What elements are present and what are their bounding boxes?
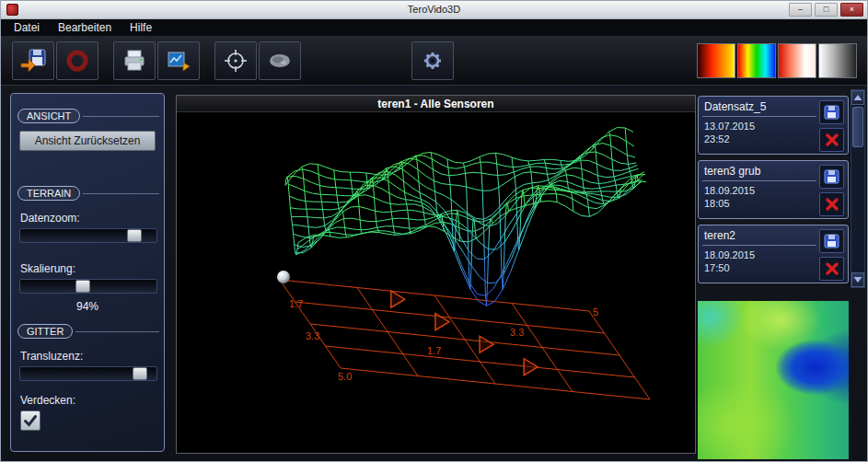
heatmap-thumbnail[interactable]	[698, 301, 849, 459]
group-divider	[83, 116, 159, 117]
svg-text:3.3: 3.3	[510, 327, 524, 338]
group-label-ansicht: ANSICHT	[17, 109, 80, 123]
dataset-time: 23:52	[704, 133, 730, 144]
window-title: TeroVido3D	[1, 4, 867, 15]
window-controls: – □ ×	[789, 3, 863, 17]
dataset-time: 18:05	[704, 198, 730, 209]
group-divider	[83, 193, 159, 194]
divider	[702, 245, 816, 246]
save-icon	[19, 48, 47, 74]
dataset-delete-button[interactable]	[819, 128, 844, 152]
close-button[interactable]: ×	[840, 3, 863, 17]
record-button[interactable]	[56, 41, 98, 80]
svg-text:1.7: 1.7	[427, 345, 441, 356]
group-divider	[75, 331, 159, 332]
transluzenz-label: Transluzenz:	[20, 350, 83, 363]
scrollbar-thumb[interactable]	[852, 107, 863, 147]
record-ring-icon	[64, 48, 91, 74]
delete-x-icon	[825, 261, 839, 276]
dataset-time: 17:50	[704, 262, 730, 273]
colormap-red-white-button[interactable]	[778, 43, 816, 78]
dataset-scrollbar[interactable]	[851, 89, 865, 288]
scrollbar-track[interactable]	[851, 105, 864, 272]
floppy-icon	[824, 105, 839, 120]
arrow-up-icon	[853, 94, 862, 101]
dataset-date: 13.07.2015	[704, 121, 755, 132]
viewport-title: teren1 - Alle Sensoren	[177, 96, 695, 112]
settings-panel: ANSICHT Ansicht Zurücksetzen TERRAIN Dat…	[10, 93, 165, 452]
dataset-name: teren2	[704, 229, 735, 242]
viewport-3d[interactable]: teren1 - Alle Sensoren 53.31.71.73.35.0	[176, 95, 696, 454]
group-header-ansicht: ANSICHT	[17, 109, 159, 123]
scroll-down-button[interactable]	[851, 272, 864, 287]
menu-bearbeiten[interactable]: Bearbeiten	[49, 21, 121, 34]
slider-handle[interactable]	[127, 229, 142, 242]
group-header-gitter: GITTER	[17, 324, 159, 339]
svg-text:3.3: 3.3	[306, 330, 319, 341]
delete-x-icon	[825, 133, 839, 147]
scroll-up-button[interactable]	[851, 90, 864, 105]
slider-handle[interactable]	[75, 280, 90, 293]
svg-text:5: 5	[593, 306, 598, 318]
title-bar[interactable]: TeroVido3D – □ ×	[1, 1, 867, 19]
slider-handle[interactable]	[133, 367, 147, 380]
verdecken-label: Verdecken:	[20, 394, 75, 407]
svg-text:1.7: 1.7	[289, 298, 303, 309]
dataset-card[interactable]: teren2 18.09.2015 17:50	[698, 225, 849, 283]
printer-icon	[121, 48, 148, 74]
skalierung-value: 94%	[11, 300, 164, 313]
export-view-button[interactable]	[157, 41, 200, 80]
dataset-name: Datensatz_5	[704, 100, 766, 113]
dataset-save-button[interactable]	[819, 165, 844, 189]
check-icon	[23, 413, 38, 428]
colormap-rainbow-button[interactable]	[737, 43, 776, 78]
toolbar	[1, 36, 867, 86]
dataset-delete-button[interactable]	[819, 192, 844, 216]
show-heatmap-button[interactable]	[259, 41, 301, 80]
delete-x-icon	[825, 197, 839, 212]
floppy-icon	[824, 234, 839, 248]
minimize-button[interactable]: –	[789, 3, 812, 17]
dataset-card[interactable]: teren3 grub 18.09.2015 18:05	[698, 160, 849, 219]
colormap-hot-button[interactable]	[697, 43, 735, 78]
scan-blob-icon	[266, 48, 294, 74]
svg-text:5.0: 5.0	[338, 371, 352, 382]
divider	[702, 116, 816, 117]
app-window: TeroVido3D – □ × Datei Bearbeiten Hilfe	[0, 0, 868, 462]
save-dataset-button[interactable]	[12, 41, 54, 80]
dataset-date: 18.09.2015	[704, 185, 755, 196]
center-view-button[interactable]	[214, 41, 257, 80]
skalierung-slider[interactable]	[19, 279, 157, 294]
group-header-terrain: TERRAIN	[17, 186, 159, 201]
export-chart-icon	[165, 48, 192, 74]
menu-hilfe[interactable]: Hilfe	[121, 21, 161, 34]
arrow-down-icon	[853, 276, 862, 283]
dataset-save-button[interactable]	[819, 100, 844, 124]
datenzoom-label: Datenzoom:	[20, 212, 80, 225]
dataset-save-button[interactable]	[819, 229, 844, 253]
menu-datei[interactable]: Datei	[5, 21, 49, 34]
reset-view-button[interactable]: Ansicht Zurücksetzen	[19, 131, 156, 151]
dataset-date: 18.09.2015	[704, 249, 755, 260]
floppy-icon	[824, 169, 839, 184]
menu-bar: Datei Bearbeiten Hilfe	[1, 19, 867, 36]
settings-button[interactable]	[411, 41, 454, 80]
colormap-grayscale-button[interactable]	[818, 43, 857, 78]
dataset-card[interactable]: Datensatz_5 13.07.2015 23:52	[698, 96, 849, 155]
dataset-name: teren3 grub	[704, 165, 760, 178]
crosshair-icon	[222, 48, 249, 74]
group-label-terrain: TERRAIN	[17, 186, 80, 201]
dataset-delete-button[interactable]	[819, 257, 844, 281]
transluzenz-slider[interactable]	[19, 366, 157, 381]
gear-icon	[419, 48, 446, 74]
divider	[702, 180, 816, 181]
print-button[interactable]	[113, 41, 156, 80]
maximize-button[interactable]: □	[815, 3, 838, 17]
datenzoom-slider[interactable]	[19, 228, 157, 243]
verdecken-checkbox[interactable]	[20, 410, 41, 431]
group-label-gitter: GITTER	[17, 324, 73, 339]
terrain-3d-scene[interactable]: 53.31.71.73.35.0	[177, 112, 695, 453]
skalierung-label: Skalierung:	[20, 262, 75, 275]
